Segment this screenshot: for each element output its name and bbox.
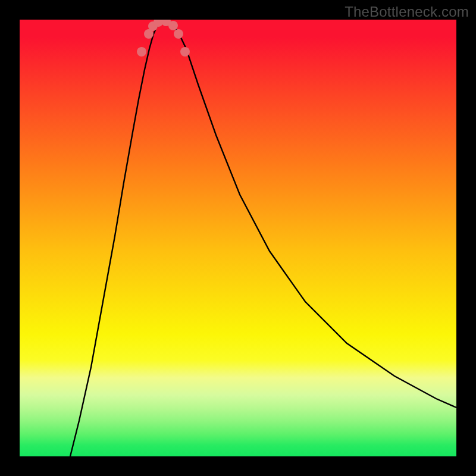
chart-plot-area <box>20 20 456 456</box>
chart-frame: TheBottleneck.com <box>0 0 476 476</box>
marker-dot <box>174 29 183 39</box>
marker-dot <box>137 47 146 57</box>
watermark-text: TheBottleneck.com <box>345 4 469 20</box>
marker-dot <box>168 21 178 30</box>
marker-dot <box>180 47 190 57</box>
chart-svg <box>20 20 456 456</box>
v-curve <box>70 21 456 456</box>
